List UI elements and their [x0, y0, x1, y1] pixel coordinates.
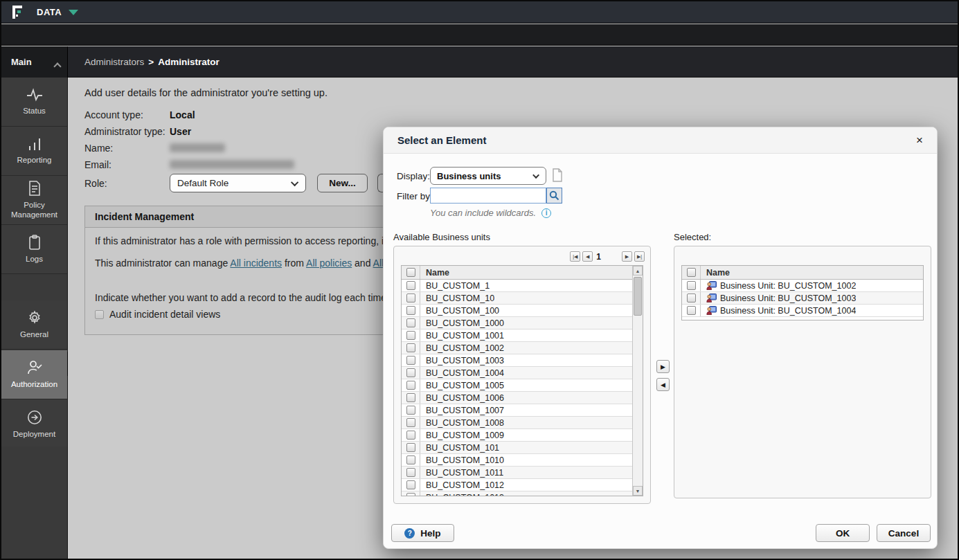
row-checkbox[interactable]	[687, 306, 696, 315]
help-icon: ?	[404, 528, 415, 539]
sidebar-item-logs[interactable]: Logs	[1, 225, 67, 274]
row-checkbox[interactable]	[406, 468, 415, 477]
row-checkbox[interactable]	[687, 293, 696, 302]
row-checkbox[interactable]	[406, 431, 415, 440]
select-all-checkbox[interactable]	[687, 268, 696, 277]
sidebar-item-label: Authorization	[11, 379, 57, 389]
next-page-icon[interactable]: ▶	[622, 251, 632, 262]
available-row[interactable]: BU_CUSTOM_1000	[402, 317, 632, 329]
sidebar-item-policy-management[interactable]: Policy Management	[1, 176, 67, 225]
available-row[interactable]: BU_CUSTOM_1010	[402, 454, 632, 467]
secondary-bar	[1, 24, 958, 46]
row-label: BU_CUSTOM_1004	[420, 368, 504, 378]
help-button[interactable]: ? Help	[391, 524, 454, 542]
selected-row[interactable]: Business Unit: BU_CUSTOM_1002	[682, 280, 923, 292]
row-label: BU_CUSTOM_1007	[420, 406, 504, 415]
search-button[interactable]	[546, 188, 562, 204]
selected-row[interactable]: Business Unit: BU_CUSTOM_1003	[682, 292, 923, 305]
row-label: BU_CUSTOM_1003	[420, 356, 504, 365]
sidebar-item-label: General	[20, 329, 48, 339]
selected-row[interactable]: Business Unit: BU_CUSTOM_1004	[682, 305, 923, 317]
incident-line2-prefix: This administrator can manage	[95, 258, 228, 269]
info-icon[interactable]: i	[541, 208, 551, 218]
display-select[interactable]: Business units	[430, 167, 546, 185]
row-label: BU_CUSTOM_1011	[420, 468, 503, 478]
row-checkbox[interactable]	[406, 493, 415, 496]
available-row[interactable]: BU_CUSTOM_101	[402, 442, 632, 454]
available-row[interactable]: BU_CUSTOM_1005	[402, 379, 632, 392]
row-checkbox[interactable]	[406, 443, 415, 452]
all-incidents-link[interactable]: All incidents	[230, 258, 282, 269]
available-row[interactable]: BU_CUSTOM_1011	[402, 467, 632, 479]
audit-checkbox[interactable]	[95, 310, 104, 319]
dialog-title: Select an Element	[397, 134, 486, 146]
row-checkbox[interactable]	[687, 281, 696, 290]
available-row[interactable]: BU_CUSTOM_100	[402, 305, 632, 317]
scroll-up-icon[interactable]: ▲	[633, 266, 643, 276]
row-label: BU_CUSTOM_1002	[420, 343, 504, 353]
sidebar-item-label: Logs	[26, 254, 43, 264]
administrator-type-value: User	[170, 126, 191, 137]
page-intro: Add user details for the administrator y…	[84, 87, 328, 98]
close-icon[interactable]: ×	[916, 134, 923, 146]
cancel-button[interactable]: Cancel	[877, 524, 931, 542]
scroll-down-icon[interactable]: ▼	[633, 486, 643, 496]
available-row[interactable]: BU_CUSTOM_1008	[402, 417, 632, 429]
row-checkbox[interactable]	[406, 331, 415, 340]
row-checkbox[interactable]	[406, 343, 415, 352]
sidebar-item-general[interactable]: General	[1, 300, 67, 350]
row-checkbox[interactable]	[406, 455, 415, 464]
available-row[interactable]: BU_CUSTOM_1006	[402, 392, 632, 404]
row-label: BU_CUSTOM_1010	[420, 455, 504, 465]
move-right-button[interactable]: ▶	[656, 360, 670, 373]
available-row[interactable]: BU_CUSTOM_1003	[402, 354, 632, 367]
available-row[interactable]: BU_CUSTOM_1013	[402, 491, 632, 496]
clipboard-icon	[28, 235, 42, 250]
available-row[interactable]: BU_CUSTOM_10	[402, 292, 632, 305]
product-switcher-caret-icon[interactable]	[69, 10, 78, 15]
row-checkbox[interactable]	[406, 281, 415, 290]
prev-page-icon[interactable]: ◀	[582, 251, 593, 262]
select-all-checkbox[interactable]	[406, 268, 415, 277]
available-row[interactable]: BU_CUSTOM_1	[402, 280, 632, 292]
row-checkbox[interactable]	[406, 406, 415, 415]
page-icon[interactable]	[552, 168, 563, 182]
role-select[interactable]: Default Role	[170, 174, 306, 192]
row-checkbox[interactable]	[406, 368, 415, 377]
new-role-button[interactable]: New...	[317, 174, 368, 192]
sidebar-group-main[interactable]: Main	[1, 46, 68, 78]
row-checkbox[interactable]	[406, 356, 415, 365]
scrollbar-thumb[interactable]	[634, 277, 642, 316]
sidebar-item-reporting[interactable]: Reporting	[1, 127, 67, 176]
account-type-value: Local	[170, 109, 195, 120]
move-left-button[interactable]: ◀	[656, 378, 670, 391]
available-row[interactable]: BU_CUSTOM_1004	[402, 367, 632, 379]
name-value-redacted	[170, 143, 225, 152]
vertical-scrollbar[interactable]: ▲ ▼	[632, 266, 643, 496]
ok-button[interactable]: OK	[816, 524, 870, 542]
row-checkbox[interactable]	[406, 480, 415, 489]
row-checkbox[interactable]	[406, 418, 415, 427]
sidebar-item-deployment[interactable]: Deployment	[1, 400, 67, 449]
row-checkbox[interactable]	[406, 381, 415, 390]
filter-input[interactable]	[430, 188, 546, 204]
first-page-icon[interactable]: |◀	[570, 251, 580, 262]
available-row[interactable]: BU_CUSTOM_1002	[402, 342, 632, 354]
row-checkbox[interactable]	[406, 393, 415, 402]
row-checkbox[interactable]	[406, 306, 415, 315]
sidebar-item-status[interactable]: Status	[1, 78, 67, 127]
available-row[interactable]: BU_CUSTOM_1001	[402, 329, 632, 342]
available-row[interactable]: BU_CUSTOM_1007	[402, 404, 632, 417]
bar-chart-icon	[27, 137, 42, 151]
row-checkbox[interactable]	[406, 293, 415, 302]
last-page-icon[interactable]: ▶|	[634, 251, 645, 262]
role-select-value: Default Role	[177, 178, 228, 188]
sidebar-item-authorization[interactable]: Authorization	[1, 350, 67, 399]
breadcrumb-section[interactable]: Administrators	[84, 57, 144, 67]
all-policies-link[interactable]: All policies	[306, 258, 352, 269]
available-row[interactable]: BU_CUSTOM_1009	[402, 429, 632, 442]
row-label: BU_CUSTOM_101	[420, 443, 499, 453]
chevron-down-icon	[532, 172, 539, 179]
available-row[interactable]: BU_CUSTOM_1012	[402, 479, 632, 491]
row-checkbox[interactable]	[406, 318, 415, 327]
